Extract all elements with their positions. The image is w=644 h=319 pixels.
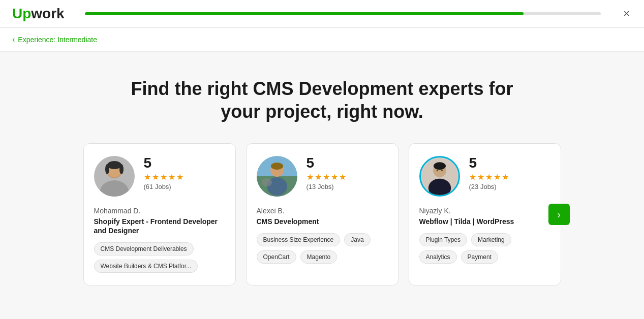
stars-1: ★ ★ ★ ★ ★	[144, 172, 183, 182]
star-icon: ★	[144, 172, 151, 182]
header: Upwork ×	[0, 0, 644, 28]
tag-item[interactable]: OpenCart	[257, 250, 296, 264]
upwork-logo: Upwork	[12, 6, 65, 22]
stars-2: ★ ★ ★ ★ ★	[306, 172, 346, 182]
logo-work: work	[31, 6, 64, 22]
tag-item[interactable]: Business Size Experience	[257, 233, 341, 246]
star-icon: ★	[494, 172, 501, 182]
freelancer-title-2: CMS Development	[257, 217, 388, 226]
rating-block-3: 5 ★ ★ ★ ★ ★ (23 Jobs)	[469, 156, 509, 190]
svg-point-18	[433, 162, 445, 170]
rating-score-3: 5	[469, 156, 477, 170]
jobs-count-1: (61 Jobs)	[144, 183, 171, 190]
card-header-3: 5 ★ ★ ★ ★ ★ (23 Jobs)	[419, 156, 550, 197]
star-icon: ★	[502, 172, 509, 182]
star-icon: ★	[152, 172, 159, 182]
freelancer-card-2: 5 ★ ★ ★ ★ ★ (13 Jobs) Alexei B. CMS Deve…	[246, 143, 398, 285]
star-icon: ★	[477, 172, 484, 182]
close-button[interactable]: ×	[621, 5, 632, 22]
tag-item[interactable]: Plugin Types	[419, 233, 468, 246]
star-icon: ★	[168, 172, 175, 182]
jobs-count-2: (13 Jobs)	[306, 183, 334, 190]
avatar-1	[94, 156, 135, 197]
jobs-count-3: (23 Jobs)	[469, 183, 497, 190]
tag-item[interactable]: Magento	[300, 250, 338, 264]
star-icon: ★	[176, 172, 183, 182]
freelancer-card-1: 5 ★ ★ ★ ★ ★ (61 Jobs) Mohammad D. Shopif…	[83, 143, 236, 285]
progress-bar-container	[85, 12, 601, 15]
main-content: Find the right CMS Development experts f…	[0, 52, 644, 319]
freelancer-title-3: Webflow | Tilda | WordPress	[419, 217, 550, 226]
chevron-left-icon: ‹	[12, 35, 15, 44]
rating-score-1: 5	[144, 156, 152, 170]
tag-item[interactable]: Java	[344, 233, 370, 246]
tag-item[interactable]: CMS Development Deliverables	[94, 242, 194, 256]
freelancer-name-1: Mohammad D.	[94, 207, 225, 215]
stars-3: ★ ★ ★ ★ ★	[469, 172, 509, 182]
freelancer-name-2: Alexei B.	[257, 207, 388, 215]
star-icon: ★	[339, 172, 346, 182]
rating-score-2: 5	[306, 156, 315, 170]
svg-point-13	[262, 178, 272, 186]
tags-3: Plugin Types Marketing Analytics Payment	[419, 233, 550, 264]
page-title: Find the right CMS Development experts f…	[119, 77, 526, 123]
svg-point-20	[441, 170, 443, 172]
breadcrumb-link[interactable]: ‹ Experience: Intermediate	[12, 35, 632, 44]
progress-bar-fill	[85, 12, 524, 15]
svg-point-4	[107, 161, 121, 169]
card-header-2: 5 ★ ★ ★ ★ ★ (13 Jobs)	[257, 156, 388, 197]
breadcrumb-label: Experience: Intermediate	[18, 36, 97, 44]
freelancer-name-3: Niyazly K.	[419, 207, 550, 215]
star-icon: ★	[160, 172, 167, 182]
freelancer-card-3: 5 ★ ★ ★ ★ ★ (23 Jobs) Niyazly K. Webflow…	[409, 143, 561, 285]
svg-point-17	[428, 179, 450, 197]
svg-point-19	[436, 170, 438, 172]
svg-point-5	[105, 164, 109, 174]
tags-2: Business Size Experience Java OpenCart M…	[257, 233, 388, 264]
svg-point-12	[271, 163, 283, 170]
star-icon: ★	[485, 172, 493, 182]
rating-block-1: 5 ★ ★ ★ ★ ★ (61 Jobs)	[144, 156, 183, 190]
tag-item[interactable]: Marketing	[471, 233, 511, 246]
tag-item[interactable]: Website Builders & CMS Platfor...	[94, 260, 198, 273]
card-header-1: 5 ★ ★ ★ ★ ★ (61 Jobs)	[94, 156, 225, 197]
star-icon: ★	[315, 172, 322, 182]
freelancer-title-1: Shopify Expert - Frontend Developer and …	[94, 217, 225, 235]
cards-row: 5 ★ ★ ★ ★ ★ (61 Jobs) Mohammad D. Shopif…	[12, 143, 632, 285]
avatar-3	[419, 156, 460, 197]
star-icon: ★	[331, 172, 338, 182]
star-icon: ★	[306, 172, 314, 182]
tag-item[interactable]: Payment	[461, 250, 498, 264]
logo-up: Up	[12, 6, 31, 22]
star-icon: ★	[323, 172, 330, 182]
breadcrumb: ‹ Experience: Intermediate	[0, 28, 644, 52]
star-icon: ★	[469, 172, 476, 182]
tags-1: CMS Development Deliverables Website Bui…	[94, 242, 225, 273]
next-button[interactable]: ›	[548, 204, 570, 225]
rating-block-2: 5 ★ ★ ★ ★ ★ (13 Jobs)	[306, 156, 346, 190]
svg-point-6	[119, 164, 124, 174]
tag-item[interactable]: Analytics	[419, 250, 457, 264]
avatar-2	[257, 156, 297, 197]
